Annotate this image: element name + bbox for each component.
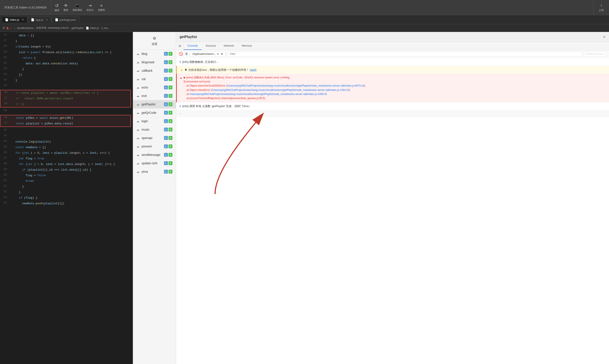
item-name: login — [142, 119, 162, 123]
path-selector[interactable]: /Applications/wech... ▾ 👁 — [190, 51, 226, 57]
levels-selector[interactable]: Default levels ▾ — [584, 51, 606, 57]
code-line: 47 let flag = true — [0, 156, 133, 161]
code-line: 51 break — [0, 178, 133, 184]
background-button[interactable]: ⇥ 切后台 — [86, 3, 94, 12]
code-line: 32 } — [0, 66, 133, 72]
cloud-icon: ☁ — [136, 52, 139, 55]
cloud-icon: ☁ — [136, 119, 139, 123]
http-link[interactable]: httpR — [250, 68, 257, 71]
tab-memory[interactable]: Memory — [238, 42, 256, 50]
code-line: 35 — [0, 83, 133, 89]
cloud-icon: ☁ — [136, 103, 139, 106]
clear-cache-button[interactable]: ≡ 清缓存 — [98, 3, 105, 12]
cloud-icon: ☁ — [136, 77, 139, 81]
item-name: update-rizhi — [142, 161, 162, 165]
file-icon: 📄 — [5, 18, 8, 21]
item-name: end — [142, 94, 162, 98]
item-name: music — [142, 128, 162, 131]
cloud-icon: ☁ — [136, 136, 139, 140]
code-line: 26 data : [] — [0, 33, 133, 39]
console-output: ℹ [info] 函数被触发, 正在执行... ▲ ▶ 当前未指定env，将默认… — [176, 58, 609, 364]
cloud-item-getPlaylist[interactable]: ☁ getPlaylist L C — [133, 100, 176, 109]
file-icon: 📄 — [55, 18, 58, 21]
console-prompt: › — [180, 112, 180, 115]
settings-button[interactable]: ⚙ 设置 — [133, 32, 176, 50]
console-input[interactable] — [182, 112, 606, 115]
pause-icon[interactable]: ⏸ — [185, 52, 188, 56]
console-line-error: ● ▶ [error] 函数执行失败 (耗时 68ms) Error: errC… — [176, 74, 609, 102]
item-name: sendMessage — [142, 153, 162, 156]
filter-input[interactable] — [227, 51, 582, 57]
item-name: cat — [142, 77, 162, 81]
cloud-item-music[interactable]: ☁ music L C — [133, 125, 176, 134]
upload-button[interactable]: ↑ 上传 — [593, 0, 609, 15]
real-device-button[interactable]: 📱 真机调试 — [73, 3, 82, 12]
gear-icon: ⚙ — [153, 35, 156, 41]
preview-button[interactable]: 👁 预览 — [64, 3, 68, 12]
cloud-item-blog[interactable]: ☁ blog L C — [133, 50, 176, 58]
code-line: 29 list = (await Promise.all(tasks)).red… — [0, 50, 133, 55]
cloud-item-openapi[interactable]: ☁ openapi L C — [133, 134, 176, 142]
cloud-icon: ☁ — [136, 145, 139, 148]
cloud-item-yima[interactable]: ☁ yima L C — [133, 168, 176, 176]
devtools-inspect-toolbar: ⊡ — [176, 42, 184, 50]
cloud-item-sendMessage[interactable]: ☁ sendMessage L C — [133, 151, 176, 159]
cloud-icon: ☁ — [136, 170, 139, 173]
tab-network[interactable]: Network — [220, 42, 238, 50]
item-name: callback — [142, 69, 162, 72]
close-tab-icon[interactable]: ✕ — [22, 18, 24, 21]
tab-index-js[interactable]: 📄 index.js ✕ — [2, 17, 27, 23]
tab-sources[interactable]: Sources — [202, 42, 220, 50]
cloud-icon: ☁ — [136, 86, 139, 89]
tab-bar: 📄 index.js ✕ 📄 app.js ✕ 📄 package.json — [0, 15, 609, 24]
cloud-icon: ☁ — [136, 153, 139, 156]
cloud-item-update-rizhi[interactable]: ☁ update-rizhi L C — [133, 159, 176, 168]
item-name: getQrCode — [142, 111, 162, 115]
item-name: blog — [142, 52, 162, 55]
code-line: 42 — [0, 128, 133, 133]
code-line: 54 if (flag) { — [0, 195, 133, 201]
tab-console[interactable]: Console — [184, 42, 202, 50]
cloud-icon: ☁ — [136, 69, 139, 72]
dropdown-icon: ▾ — [217, 52, 218, 55]
compile-button[interactable]: ↺ 编译 — [54, 3, 59, 12]
cloud-item-echo[interactable]: ☁ echo L C — [133, 83, 176, 92]
file-icon: 📄 — [31, 18, 34, 21]
cloud-item-callback[interactable]: ☁ callback L C — [133, 66, 176, 75]
clear-console-icon[interactable]: 🚫 — [179, 52, 183, 56]
console-toolbar: 🚫 ⏸ /Applications/wech... ▾ 👁 Default le… — [176, 50, 609, 58]
code-line: 43 — [0, 133, 133, 139]
eye-icon: 👁 — [221, 52, 223, 55]
cloud-icon: ☁ — [136, 94, 139, 98]
cloud-item-prevent[interactable]: ☁ prevent L C — [133, 142, 176, 151]
item-name: blogmask — [142, 60, 162, 64]
code-line: 34 } — [0, 78, 133, 83]
cloud-item-blogmask[interactable]: ☁ blogmask L C — [133, 58, 176, 66]
chevron-down-icon: ▾ — [603, 52, 604, 55]
code-line: 44 console.log(playlist) — [0, 139, 133, 145]
cloud-item-login[interactable]: ☁ login L C — [133, 117, 176, 125]
code-line: 45 const newData = [] — [0, 145, 133, 150]
cloud-icon: ☁ — [136, 161, 139, 165]
info-icon: ℹ — [180, 104, 181, 108]
inspect-icon[interactable]: ⊡ — [179, 44, 181, 48]
warning-icon: ▲ — [180, 68, 183, 72]
cloud-item-end[interactable]: ☁ end L C — [133, 92, 176, 100]
devtools-panel: getPlaylist ✕ ⊡ Console Sources Network … — [176, 32, 609, 364]
item-name: prevent — [142, 145, 162, 148]
code-line: 46 for (let i = 0, len1 = playlist.lengt… — [0, 150, 133, 156]
tab-app-js[interactable]: 📄 app.js ✕ — [28, 17, 51, 23]
devtools-tab-bar: ⊡ Console Sources Network Memory — [176, 42, 609, 50]
code-line: 49 if (playlist[i].id === list.data[j].i… — [0, 167, 133, 173]
cloud-item-getQrCode[interactable]: ☁ getQrCode L C — [133, 109, 176, 117]
tab-package-json[interactable]: 📄 package.json — [52, 17, 80, 23]
cloud-item-cat[interactable]: ☁ cat L C — [133, 75, 176, 83]
code-line: 28 if(tasks.length > 0){ — [0, 44, 133, 50]
error-icon: ● — [180, 76, 182, 80]
close-devtools-button[interactable]: ✕ — [603, 34, 606, 39]
code-line: 53 } — [0, 190, 133, 195]
code-line: 30 return { — [0, 55, 133, 61]
breadcrumb: ☰ 🔖 ← → cloudfunctions | 当前环境: xiaozhang… — [0, 24, 609, 32]
close-tab-icon[interactable]: ✕ — [46, 18, 48, 21]
console-input-line: › — [176, 110, 609, 117]
